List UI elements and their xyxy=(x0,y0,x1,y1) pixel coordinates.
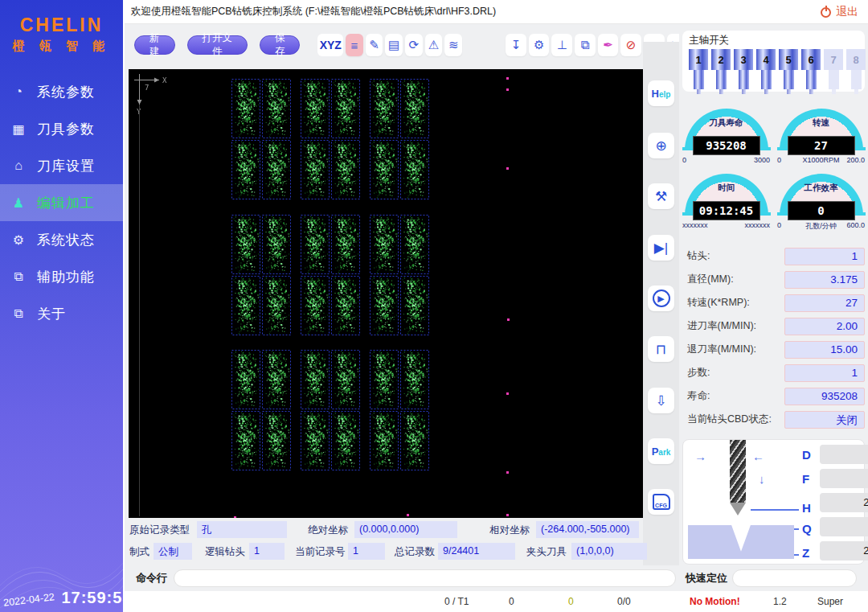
sidebar-item-aux-functions[interactable]: ⧉ 辅助功能 xyxy=(0,258,123,295)
quick-position-input[interactable] xyxy=(732,569,857,587)
spindle-switch-1[interactable]: 1 xyxy=(689,49,708,94)
record-type-value: 孔 xyxy=(197,521,287,538)
drill-bit-icon[interactable]: ⊥ xyxy=(551,34,572,56)
diagram-value-Z: 20.000 xyxy=(820,541,868,561)
edit-icon[interactable]: ✎ xyxy=(366,34,383,56)
pcb-drill-view[interactable] xyxy=(129,69,643,518)
arrow-down-icon: ↓ xyxy=(759,472,765,486)
spindle-switch-panel: 主轴开关 1 2 3 4 5 6 7 8 xyxy=(682,31,865,92)
status-value-3: 0/0 xyxy=(617,596,631,607)
mark-drill-icon[interactable]: ✒ xyxy=(598,34,619,56)
park-button[interactable]: Park xyxy=(648,438,674,464)
param-value: 27 xyxy=(784,294,865,312)
diagram-key-Q: Q xyxy=(802,522,815,536)
param-value: 935208 xyxy=(784,388,865,405)
sidebar-item-tool-magazine[interactable]: ⌂ 刀库设置 xyxy=(0,147,123,184)
param-row-diameter: 直径(MM):3.175 xyxy=(682,268,865,291)
drill-pin-icon[interactable]: ↧ xyxy=(506,34,526,56)
open-file-button[interactable]: 打开文件 xyxy=(187,35,248,55)
record-info-rows: 原始记录类型 孔 绝对坐标 (0.000,0.000) 相对坐标 (-264.0… xyxy=(125,519,645,565)
tool-change-icon[interactable]: ⚒ xyxy=(648,183,674,209)
brand-name-en: CHELIN xyxy=(0,14,123,36)
sidebar-item-tool-params[interactable]: ▦ 刀具参数 xyxy=(0,110,123,147)
diagram-key-F: F xyxy=(802,472,815,486)
save-button[interactable]: 保存 xyxy=(260,35,301,55)
diagram-key-H: H xyxy=(802,501,815,515)
sidebar-menu: ◔ 系统参数 ▦ 刀具参数 ⌂ 刀库设置 ♟ 编辑加工 ⚙ 系统状态 ⧉ 辅助功… xyxy=(0,73,123,332)
param-value: 关闭 xyxy=(784,411,865,429)
param-row-retract-rate: 退刀率(M/MIN):15.00 xyxy=(682,338,865,361)
param-value: 1 xyxy=(784,248,865,265)
origin-icon[interactable]: ⊕ xyxy=(648,133,674,158)
gauge-time: 时间 09:12:45 xxxxxxxxxxxxxx xyxy=(682,174,770,231)
sidebar-item-about[interactable]: ⧉ 关于 xyxy=(0,295,123,332)
quick-position-label: 快速定位 xyxy=(686,571,727,585)
disable-drill-icon[interactable]: ⊘ xyxy=(620,34,641,56)
sidebar-item-edit-machining[interactable]: ♟ 编辑加工 xyxy=(0,184,123,221)
exit-button[interactable]: 退出 xyxy=(821,0,858,24)
datetime: 2022-04-22 17:59:55 xyxy=(3,589,125,607)
sidebar-item-system-status[interactable]: ⚙ 系统状态 xyxy=(0,221,123,258)
document-icon[interactable]: ▤ xyxy=(385,34,403,56)
brand-logo: CHELIN 橙 瓴 智 能 xyxy=(0,0,123,62)
spindle-switch-3[interactable]: 3 xyxy=(734,49,753,94)
drill-bit-tip xyxy=(730,503,746,515)
sitemap-icon: ⧉ xyxy=(0,306,37,321)
param-row-feed-rate: 进刀率(M/MIN):2.00 xyxy=(682,314,865,338)
total-records-value: 9/24401 xyxy=(438,543,515,560)
sidebar-item-system-params[interactable]: ◔ 系统参数 xyxy=(0,73,123,110)
logic-drill-value: 1 xyxy=(249,543,285,560)
gauge-grid: 刀具寿命 935208 03000 转速 27 0X1000 xyxy=(682,109,865,231)
gauge-value: 0 xyxy=(788,201,855,220)
param-value: 3.175 xyxy=(784,271,865,289)
cfg-floppy-icon: CFG xyxy=(653,494,670,510)
param-value: 1 xyxy=(784,364,865,382)
quick-position-row: 快速定位 xyxy=(679,565,868,591)
tool-settings-icon[interactable]: ⚙ xyxy=(529,34,550,56)
diagram-value-H: 25.000 xyxy=(820,493,868,512)
side-tool-strip: Help ⊕ ⚒ ▶| ▶ ⊓ ⇩ Park CFG xyxy=(643,42,679,565)
layers-icon[interactable]: ≋ xyxy=(444,34,462,56)
title-bar: 欢迎使用橙瓴智能PCB钻铣床控制系统 (F:\橙瓴智能\橙瓴PCB钻铣床\drl… xyxy=(125,0,868,24)
sidebar: CHELIN 橙 瓴 智 能 ◔ 系统参数 ▦ 刀具参数 ⌂ 刀库设置 ♟ 编辑… xyxy=(0,0,125,612)
spindle-switch-5[interactable]: 5 xyxy=(779,49,798,94)
spindle-switch-6[interactable]: 6 xyxy=(801,49,821,94)
spindle-switch-2[interactable]: 2 xyxy=(711,49,731,94)
help-button[interactable]: Help xyxy=(648,80,674,106)
save-cfg-button[interactable]: CFG xyxy=(648,489,674,515)
param-row-life: 寿命:935208 xyxy=(682,384,865,408)
command-input[interactable] xyxy=(174,569,676,587)
gauge-rpm: 转速 27 0X1000RPM200.0 xyxy=(777,109,865,166)
spindle-title: 主轴开关 xyxy=(689,34,858,47)
warning-icon[interactable]: ⚠ xyxy=(425,34,443,56)
motion-status: No Motion! xyxy=(690,596,740,607)
copy-board-icon[interactable]: ⧉ xyxy=(575,34,596,56)
mode-label: Super xyxy=(817,596,843,607)
new-button[interactable]: 新建 xyxy=(134,35,175,55)
spindle-switch-8[interactable]: 8 xyxy=(846,49,866,94)
xyz-button[interactable]: XYZ xyxy=(317,34,343,56)
diagram-value-Q: 1.000 xyxy=(820,517,868,536)
info-row-2: 制式 公制 逻辑钻头 1 当前记录号 1 总记录数 9/24401 夹头刀具 (… xyxy=(125,540,645,562)
run-button[interactable]: ▶ xyxy=(648,285,674,311)
gauge-tool-life: 刀具寿命 935208 03000 xyxy=(682,109,770,166)
record-list-icon[interactable]: ≡ xyxy=(346,34,363,56)
home-icon: ⌂ xyxy=(0,158,37,173)
spindle-switch-7[interactable]: 7 xyxy=(824,49,843,94)
speed-factor: 1.2 xyxy=(773,596,787,607)
date-label: 2022-04-22 xyxy=(2,591,55,609)
spindle-switch-4[interactable]: 4 xyxy=(756,49,776,94)
sidebar-footer: 2022-04-22 17:59:55 xyxy=(0,544,125,612)
current-record-value: 1 xyxy=(348,543,385,560)
workbench-icon[interactable]: ⊓ xyxy=(648,336,674,362)
rotate-view-icon[interactable]: ⟳ xyxy=(405,34,423,56)
param-row-steps: 步数:1 xyxy=(682,361,865,384)
power-icon xyxy=(821,7,831,18)
command-row: 命令行 xyxy=(125,565,679,591)
bar-chart-icon: ▦ xyxy=(0,121,37,137)
drill-depth-icon[interactable]: ⇩ xyxy=(648,388,674,413)
gauge-value: 935208 xyxy=(693,136,760,155)
step-end-icon[interactable]: ▶| xyxy=(648,235,674,261)
app-window: CHELIN 橙 瓴 智 能 ◔ 系统参数 ▦ 刀具参数 ⌂ 刀库设置 ♟ 编辑… xyxy=(0,0,868,612)
gauge-value: 27 xyxy=(788,136,855,155)
